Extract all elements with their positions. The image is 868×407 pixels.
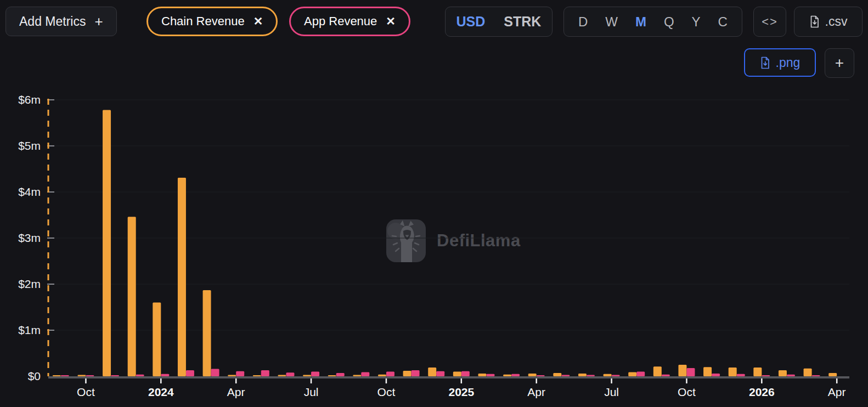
chart-bar-chain-revenue-feb-2026[interactable] [779,370,787,376]
x-axis-label: Apr [527,386,545,398]
x-axis-label: Apr [828,386,846,398]
chart-bar-chain-revenue-dec-2025[interactable] [729,368,737,376]
chart-bar-app-revenue-feb-2026[interactable] [787,375,795,376]
chart-bar-chain-revenue-nov-2025[interactable] [703,367,712,376]
x-axis-label: Oct [377,386,396,398]
chart-bar-app-revenue-jun-2025[interactable] [587,375,595,376]
x-axis-tick [85,378,87,383]
chart-bar-app-revenue-jun-2024[interactable] [286,372,294,376]
chart-bar-app-revenue-nov-2023[interactable] [111,375,119,376]
chart-bar-chain-revenue-jun-2025[interactable] [578,374,587,376]
chart-bar-app-revenue-oct-2023[interactable] [86,375,94,376]
chart-bar-app-revenue-mar-2024[interactable] [211,369,219,376]
chart-bar-app-revenue-dec-2023[interactable] [136,375,144,376]
x-axis-label: Apr [227,386,245,398]
chart-bar-app-revenue-oct-2024[interactable] [386,372,394,376]
chart-bar-chain-revenue-jan-2025[interactable] [453,372,461,376]
chart-bar-chain-revenue-jul-2024[interactable] [303,375,311,376]
chart-bar-chain-revenue-aug-2024[interactable] [328,375,336,376]
chart-bar-chain-revenue-aug-2025[interactable] [628,372,636,376]
chart-bar-app-revenue-feb-2024[interactable] [186,370,194,376]
chart-bar-app-revenue-aug-2025[interactable] [636,372,645,376]
defillama-chart-page: Add Metrics + Chain Revenue ✕ App Revenu… [0,0,868,407]
x-axis-tick [611,378,612,383]
chart-bar-app-revenue-apr-2025[interactable] [537,375,545,376]
x-axis-label: 2025 [448,386,474,398]
x-axis-label: Jul [304,386,319,398]
chart-bar-chain-revenue-jan-2024[interactable] [153,303,161,376]
chart-bar-app-revenue-aug-2024[interactable] [336,373,345,376]
chart-bar-chain-revenue-sep-2024[interactable] [353,375,361,376]
chart-bar-chain-revenue-apr-2025[interactable] [528,374,537,376]
chart-bar-app-revenue-sep-2024[interactable] [361,372,369,376]
x-axis-tick [461,378,463,383]
chart-bar-app-revenue-dec-2025[interactable] [737,374,745,376]
chart-bar-app-revenue-dec-2024[interactable] [436,371,444,376]
x-axis-label: 2026 [749,386,775,398]
x-axis-tick [836,378,838,383]
y-axis-label: $5m [18,139,41,152]
x-axis-tick [761,378,763,383]
chart-bar-app-revenue-oct-2025[interactable] [686,368,695,376]
y-axis-label: $0 [28,370,41,382]
x-axis-tick [536,378,537,383]
chart-bar-app-revenue-sep-2023[interactable] [61,375,69,376]
chart-bar-app-revenue-mar-2026[interactable] [812,375,820,376]
chart-bar-app-revenue-nov-2024[interactable] [412,370,420,376]
chart-bar-app-revenue-jan-2026[interactable] [762,375,770,376]
chart-bar-chain-revenue-jan-2026[interactable] [753,368,762,376]
chart-bar-chain-revenue-feb-2024[interactable] [178,178,186,376]
chart-bar-chain-revenue-apr-2024[interactable] [228,375,236,376]
chart-bar-app-revenue-jan-2024[interactable] [161,374,169,376]
x-axis-tick [686,378,687,383]
x-axis-tick [235,378,237,383]
y-axis-label: $3m [18,231,41,244]
chart-bar-chain-revenue-sep-2023[interactable] [53,375,61,376]
chart-bar-chain-revenue-dec-2024[interactable] [428,368,436,376]
chart-bar-app-revenue-jul-2024[interactable] [311,372,319,376]
chart-bar-chain-revenue-nov-2024[interactable] [403,371,412,376]
chart-bar-chain-revenue-dec-2023[interactable] [128,217,136,376]
x-axis-label: Oct [678,386,696,398]
chart-bar-app-revenue-feb-2025[interactable] [486,374,494,376]
chart-bar-chain-revenue-feb-2025[interactable] [478,374,486,376]
x-axis-label: Oct [77,386,95,398]
chart-bar-chain-revenue-jun-2024[interactable] [278,375,286,376]
x-axis-label: 2024 [148,386,174,398]
x-axis-tick [386,378,387,383]
y-axis-label: $4m [18,185,41,198]
chart-bar-chain-revenue-oct-2024[interactable] [378,375,386,376]
x-axis-tick [160,378,162,383]
chart-bar-chain-revenue-oct-2025[interactable] [678,365,686,376]
y-axis-label: $1m [18,324,41,336]
chart-bar-app-revenue-may-2025[interactable] [561,375,570,376]
chart-bar-chain-revenue-nov-2023[interactable] [103,110,111,376]
chart-bar-chain-revenue-may-2024[interactable] [253,375,261,376]
chart-bar-chain-revenue-oct-2023[interactable] [77,375,86,376]
chart-bar-app-revenue-jan-2025[interactable] [461,371,470,376]
chart-bar-app-revenue-may-2024[interactable] [261,370,269,376]
chart-bar-chain-revenue-mar-2026[interactable] [804,369,812,376]
chart-bar-chain-revenue-jul-2025[interactable] [604,374,612,376]
chart-bar-chain-revenue-sep-2025[interactable] [653,366,662,376]
chart-bar-app-revenue-mar-2025[interactable] [511,374,520,376]
chart-bar-chain-revenue-apr-2026[interactable] [828,373,837,376]
chart-bar-app-revenue-sep-2025[interactable] [662,375,670,376]
chart-bar-chain-revenue-may-2025[interactable] [553,373,561,376]
x-axis-tick [311,378,312,383]
chart-bar-app-revenue-apr-2024[interactable] [236,371,244,376]
x-axis-label: Jul [604,386,619,398]
y-axis-label: $2m [18,278,41,290]
chart-bar-app-revenue-jul-2025[interactable] [612,375,620,376]
chart-bar-chain-revenue-mar-2025[interactable] [503,375,511,376]
chart-bar-app-revenue-nov-2025[interactable] [712,374,720,376]
chart-bar-chain-revenue-mar-2024[interactable] [203,290,211,376]
y-axis-label: $6m [18,93,41,106]
revenue-bar-chart: $6m$5m$4m$3m$2m$1m$0Oct2024AprJulOct2025… [0,0,868,407]
